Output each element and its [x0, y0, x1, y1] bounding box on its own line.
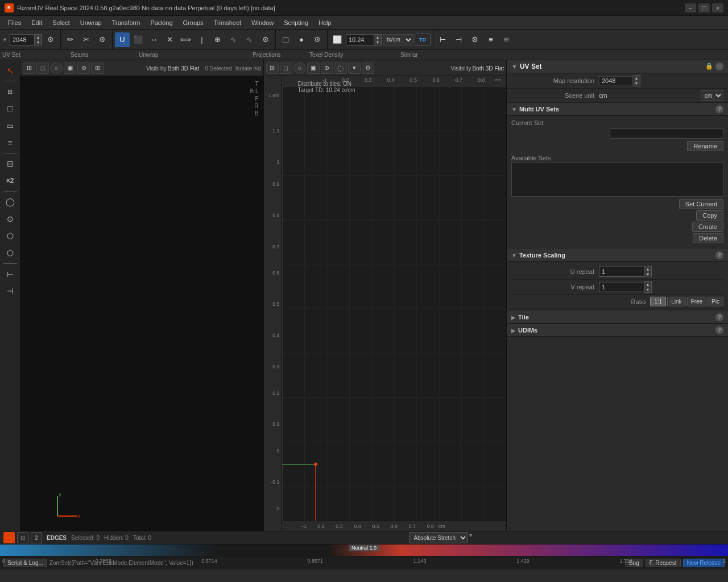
set-current-button[interactable]: Set Current: [679, 199, 723, 209]
td-icon-btn[interactable]: TD: [415, 34, 431, 46]
rename-button[interactable]: Rename: [687, 141, 723, 151]
select-tool-btn[interactable]: ↖: [2, 63, 18, 78]
hex-tool-btn[interactable]: ⬡: [2, 228, 18, 244]
menu-item-help[interactable]: Help: [314, 18, 336, 27]
uv-viewport[interactable]: ⊞ □ ○ ▣ ⊕ ◌ ▾ ⚙ Visibility Both 3D Flat …: [264, 60, 507, 531]
menu-item-files[interactable]: Files: [3, 18, 26, 27]
minimize-button[interactable]: −: [685, 3, 696, 13]
u-repeat-input[interactable]: [599, 267, 644, 277]
udims-help-icon[interactable]: ?: [715, 326, 723, 334]
uv-set-settings-btn[interactable]: ⚙: [43, 32, 58, 47]
edge-tool-btn[interactable]: ▭: [2, 118, 18, 134]
multi-uv-help-icon[interactable]: ?: [715, 105, 723, 113]
menu-item-trimsheet[interactable]: Trimsheet: [209, 18, 246, 27]
map-res-panel-down[interactable]: ▼: [633, 81, 640, 86]
map-res-panel-up[interactable]: ▲: [633, 76, 640, 81]
v-repeat-down[interactable]: ▼: [644, 287, 651, 292]
map-res-up[interactable]: ▲: [35, 35, 42, 40]
td-unit-select[interactable]: tx/cm tx/m: [383, 34, 413, 45]
next-btn[interactable]: ⊣: [2, 283, 18, 299]
pin-btn[interactable]: ✕: [163, 32, 177, 47]
uv-vp-quad-btn[interactable]: □: [280, 63, 292, 74]
texture-scaling-header[interactable]: ▼ Texture Scaling ?: [507, 249, 728, 262]
maximize-button[interactable]: □: [698, 3, 710, 13]
close-button[interactable]: ×: [712, 3, 723, 13]
texture-scaling-help-icon[interactable]: ?: [715, 251, 723, 259]
3d-vp-flat-btn[interactable]: ▣: [64, 63, 76, 74]
uv-vp-smooth-btn[interactable]: ○: [293, 63, 306, 74]
scene-unit-select[interactable]: cmmmm: [701, 90, 723, 101]
ratio-link-btn[interactable]: Link: [667, 297, 685, 306]
unwrap-btn[interactable]: U: [115, 32, 130, 47]
align-btn[interactable]: ⟺: [179, 32, 193, 47]
3d-vp-quad-btn[interactable]: □: [36, 63, 49, 74]
map-res-down[interactable]: ▼: [35, 40, 42, 45]
3d-vp-grid-btn[interactable]: ⊞: [23, 63, 35, 74]
create-button[interactable]: Create: [692, 222, 723, 232]
sim-prev-btn[interactable]: ⊢: [436, 32, 450, 47]
smooth-btn[interactable]: ∿: [226, 32, 241, 47]
circle-tool-btn[interactable]: ◯: [2, 194, 18, 210]
face-tool-btn[interactable]: □: [2, 101, 18, 117]
transform-btn[interactable]: ⊕: [210, 32, 225, 47]
menu-item-groups[interactable]: Groups: [179, 18, 208, 27]
mode-icon-btn2[interactable]: ⊟: [17, 532, 28, 543]
uv-vp-grid-btn[interactable]: ⊞: [266, 63, 279, 74]
menu-item-edit[interactable]: Edit: [27, 18, 47, 27]
sim-extra-btn[interactable]: ≡: [483, 32, 498, 47]
vert-btn[interactable]: |: [195, 32, 209, 47]
prev-btn[interactable]: ⊢: [2, 266, 18, 282]
sim-next-btn[interactable]: ⊣: [452, 32, 466, 47]
uv-set-collapse-icon[interactable]: ▼: [511, 63, 518, 70]
3d-viewport[interactable]: ⊞ □ ○ ▣ ⊕ ⊞ Visibility Both 3D Flat 0 Se…: [20, 60, 264, 531]
sim-settings-btn[interactable]: ⚙: [468, 32, 482, 47]
tile-tool-btn[interactable]: ⊟: [2, 156, 18, 172]
proj-sphere-btn[interactable]: ●: [294, 32, 309, 47]
map-res-panel-input[interactable]: [599, 76, 633, 85]
v-repeat-input[interactable]: [599, 282, 644, 292]
copy-button[interactable]: Copy: [696, 210, 723, 221]
proj-plane-btn[interactable]: ▢: [278, 32, 293, 47]
uv-vp-settings-btn[interactable]: ⚙: [362, 63, 374, 74]
menu-item-select[interactable]: Select: [48, 18, 75, 27]
menu-item-unwrap[interactable]: Unwrap: [76, 18, 106, 27]
seam-settings-btn[interactable]: ⚙: [95, 32, 110, 47]
stop-btn[interactable]: ⬛: [131, 32, 146, 47]
v-repeat-up[interactable]: ▲: [644, 282, 651, 287]
map-res-input[interactable]: [10, 34, 35, 45]
td-input[interactable]: [346, 34, 374, 45]
x2-tool-btn[interactable]: ×2: [2, 173, 18, 189]
relax-btn[interactable]: ∿: [242, 32, 257, 47]
ratio-free-btn[interactable]: Free: [687, 297, 707, 306]
udims-section-header[interactable]: ▶ UDIMs ?: [507, 324, 728, 337]
menu-item-transform[interactable]: Transform: [107, 18, 145, 27]
current-set-input[interactable]: [610, 128, 723, 139]
delete-button[interactable]: Delete: [693, 233, 723, 243]
multi-uv-sets-header[interactable]: ▼ Multi UV Sets ?: [507, 103, 728, 116]
ring-tool-btn[interactable]: ⊙: [2, 211, 18, 227]
unwrap-settings-btn[interactable]: ⚙: [258, 32, 273, 47]
proj-settings-btn[interactable]: ⚙: [310, 32, 325, 47]
vert-tool-btn[interactable]: ≡: [2, 135, 18, 151]
stretch-mode-select[interactable]: Absolute Stretch Relative Stretch: [409, 532, 468, 543]
uv-vp-extra-btn[interactable]: ▾: [348, 63, 361, 74]
help-icon[interactable]: ?: [715, 63, 723, 70]
hex2-tool-btn[interactable]: ⬡: [2, 245, 18, 261]
ratio-1-1-btn[interactable]: 1:1: [650, 297, 666, 306]
3d-vp-smooth-btn[interactable]: ○: [50, 63, 63, 74]
td-down[interactable]: ▼: [374, 40, 381, 45]
mode-icon-btn[interactable]: [3, 532, 15, 543]
mode-number-btn[interactable]: 2: [31, 532, 42, 543]
td-pick-btn[interactable]: ⬜: [330, 32, 345, 47]
3d-vp-move-btn[interactable]: ⊕: [77, 63, 90, 74]
uv-vp-lasso-btn[interactable]: ◌: [334, 63, 347, 74]
lock-icon[interactable]: 🔒: [705, 63, 713, 70]
td-up[interactable]: ▲: [374, 35, 381, 40]
seam-cut-btn[interactable]: ✂: [79, 32, 94, 47]
u-repeat-down[interactable]: ▼: [644, 272, 651, 277]
menu-item-window[interactable]: Window: [247, 18, 278, 27]
island-tool-btn[interactable]: ⊞: [2, 84, 18, 99]
uv-vp-move-btn[interactable]: ⊕: [321, 63, 333, 74]
u-repeat-up[interactable]: ▲: [644, 267, 651, 272]
brush-tool-btn[interactable]: ✏: [63, 32, 78, 47]
